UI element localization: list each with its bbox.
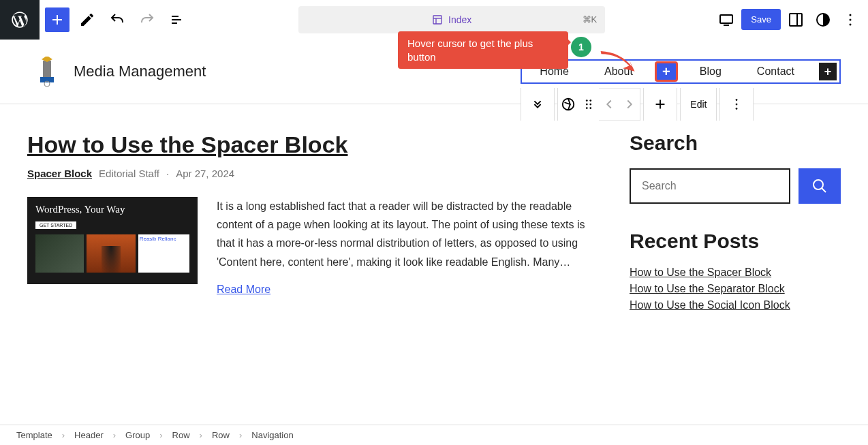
add-block-button[interactable] bbox=[644, 88, 677, 121]
block-type-icon[interactable] bbox=[521, 88, 554, 121]
svg-point-14 bbox=[586, 99, 588, 102]
search-input[interactable] bbox=[630, 168, 790, 204]
block-breadcrumb: Template› Header› Group› Row› Row› Navig… bbox=[0, 425, 868, 445]
svg-point-9 bbox=[850, 23, 852, 25]
block-options-button[interactable] bbox=[720, 88, 753, 121]
navigation-icon[interactable] bbox=[558, 88, 578, 121]
annotation-text: Hover cursor to get the plus button bbox=[407, 37, 533, 63]
wordpress-logo[interactable] bbox=[0, 0, 40, 40]
svg-line-24 bbox=[822, 188, 826, 192]
template-icon bbox=[432, 14, 443, 25]
site-brand: Media Management bbox=[27, 52, 206, 91]
post-author: Editorial Staff bbox=[99, 168, 159, 179]
post-title[interactable]: How to Use the Spacer Block bbox=[27, 132, 589, 158]
thumb-cta: GET STARTED bbox=[35, 221, 76, 229]
post-date: Apr 27, 2024 bbox=[176, 168, 234, 179]
redo-button[interactable] bbox=[135, 7, 159, 32]
block-toolbar: Edit bbox=[521, 88, 754, 121]
recent-posts-list: How to Use the Spacer Block How to Use t… bbox=[630, 266, 841, 311]
post-category[interactable]: Spacer Block bbox=[27, 168, 92, 179]
document-title-bar[interactable]: Index ⌘K bbox=[298, 6, 605, 33]
chevron-right-icon: › bbox=[62, 430, 65, 440]
read-more-link[interactable]: Read More bbox=[217, 283, 270, 296]
breadcrumb-item[interactable]: Template bbox=[16, 430, 52, 440]
chevron-right-icon: › bbox=[159, 430, 162, 440]
recent-post-link[interactable]: How to Use the Spacer Block bbox=[630, 266, 771, 278]
navigation-block[interactable]: Home About + Blog Contact + bbox=[521, 59, 841, 84]
chevron-right-icon: › bbox=[239, 430, 242, 440]
svg-point-23 bbox=[813, 180, 823, 189]
styles-button[interactable] bbox=[811, 7, 835, 32]
thumb-tile: Reasib Relianc bbox=[138, 234, 189, 273]
breadcrumb-item[interactable]: Navigation bbox=[251, 430, 293, 440]
svg-point-15 bbox=[590, 99, 592, 102]
thumb-tile bbox=[87, 234, 135, 273]
breadcrumb-item[interactable]: Row bbox=[172, 430, 190, 440]
search-icon bbox=[811, 178, 828, 194]
nav-item-contact[interactable]: Contact bbox=[739, 61, 812, 82]
site-logo[interactable] bbox=[27, 52, 67, 91]
site-title[interactable]: Media Management bbox=[74, 63, 206, 80]
svg-point-8 bbox=[850, 18, 852, 20]
svg-point-7 bbox=[850, 14, 852, 16]
search-button[interactable] bbox=[799, 168, 841, 204]
annotation-step-badge: 1 bbox=[571, 37, 591, 57]
svg-rect-11 bbox=[43, 61, 51, 77]
post-thumbnail[interactable]: WordPress, Your Way GET STARTED Reasib R… bbox=[27, 197, 198, 284]
svg-point-20 bbox=[736, 99, 738, 101]
meta-separator: · bbox=[166, 168, 169, 179]
document-title: Index bbox=[448, 14, 471, 25]
svg-point-18 bbox=[586, 107, 588, 109]
tutorial-annotation: Hover cursor to get the plus button 1 bbox=[398, 31, 568, 69]
nav-add-item-button[interactable]: + bbox=[655, 61, 678, 82]
chevron-right-icon: › bbox=[200, 430, 202, 440]
svg-point-22 bbox=[736, 108, 738, 110]
post-excerpt: It is a long established fact that a rea… bbox=[217, 197, 589, 271]
options-button[interactable] bbox=[838, 7, 863, 32]
breadcrumb-item[interactable]: Row bbox=[212, 430, 230, 440]
settings-panel-button[interactable] bbox=[784, 7, 808, 32]
svg-point-16 bbox=[586, 104, 588, 106]
block-inserter-button[interactable] bbox=[45, 7, 69, 32]
breadcrumb-item[interactable]: Group bbox=[125, 430, 150, 440]
view-button[interactable] bbox=[714, 7, 739, 32]
recent-post-link[interactable]: How to Use the Social Icon Block bbox=[630, 299, 790, 311]
chevron-right-icon: › bbox=[113, 430, 116, 440]
command-shortcut: ⌘K bbox=[583, 14, 598, 25]
move-left-button[interactable] bbox=[599, 88, 619, 121]
nav-item-blog[interactable]: Blog bbox=[682, 61, 739, 82]
page-content: How to Use the Spacer Block Spacer Block… bbox=[0, 104, 868, 365]
recent-posts-heading: Recent Posts bbox=[630, 230, 841, 253]
thumb-tile bbox=[35, 234, 84, 273]
list-view-button[interactable] bbox=[165, 7, 189, 32]
drag-handle-icon[interactable] bbox=[578, 88, 599, 121]
save-button[interactable]: Save bbox=[741, 9, 781, 30]
search-heading: Search bbox=[630, 132, 841, 155]
svg-rect-3 bbox=[720, 15, 732, 23]
move-right-button[interactable] bbox=[619, 88, 640, 121]
recent-post-link[interactable]: How to Use the Separator Block bbox=[630, 283, 785, 294]
tools-button[interactable] bbox=[75, 7, 99, 32]
svg-point-21 bbox=[736, 104, 738, 106]
edit-button[interactable]: Edit bbox=[681, 88, 716, 121]
main-column: How to Use the Spacer Block Spacer Block… bbox=[27, 132, 589, 337]
sidebar: Search Recent Posts How to Use the Space… bbox=[630, 132, 841, 337]
svg-point-19 bbox=[590, 107, 592, 109]
thumb-title: WordPress, Your Way bbox=[27, 197, 198, 218]
svg-rect-0 bbox=[433, 16, 441, 24]
post-meta: Spacer Block Editorial Staff · Apr 27, 2… bbox=[27, 168, 589, 179]
nav-append-button[interactable]: + bbox=[819, 63, 837, 80]
svg-point-17 bbox=[590, 104, 592, 106]
breadcrumb-item[interactable]: Header bbox=[74, 430, 104, 440]
undo-button[interactable] bbox=[105, 7, 129, 32]
svg-rect-5 bbox=[790, 14, 802, 26]
